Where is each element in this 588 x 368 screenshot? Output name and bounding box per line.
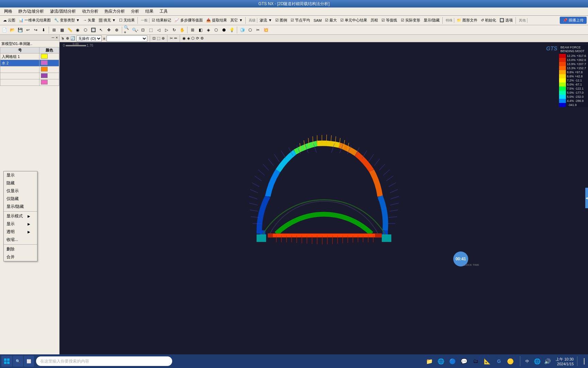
toolbar-icon-view3[interactable]: ⊛: [162, 36, 165, 41]
icon-node[interactable]: ◉: [74, 26, 81, 34]
icon-solid[interactable]: ⬢: [220, 26, 228, 34]
btn-gts-pin[interactable]: 📌 插播上传: [560, 17, 587, 24]
mesh-row-5[interactable]: [0, 79, 59, 86]
ctx-hide-only[interactable]: 仅隐藏: [4, 195, 37, 203]
btn-node-avg[interactable]: ☑ 节点平均: [289, 17, 312, 24]
menu-result[interactable]: 结果: [143, 8, 156, 15]
icon-cut[interactable]: ✂: [254, 26, 262, 34]
taskbar-edge-icon[interactable]: 🌐: [436, 356, 446, 366]
toolbar-icon-settings2[interactable]: ⚙: [200, 36, 204, 41]
icon-next[interactable]: ▷: [163, 26, 170, 34]
btn-max[interactable]: ☑ 最大: [323, 17, 339, 24]
panel-close-btn[interactable]: ×: [56, 35, 58, 40]
ctx-toggle[interactable]: 显示/隐藏: [4, 203, 37, 211]
btn-result-mark[interactable]: ☑ 结果标记: [150, 17, 173, 24]
task-view-btn[interactable]: ⬜: [24, 356, 34, 367]
menu-tools[interactable]: 工具: [157, 8, 170, 15]
right-scroll-handle[interactable]: ◀: [585, 188, 588, 208]
icon-zoom-fit[interactable]: ⊡: [139, 26, 147, 34]
icon-view-split[interactable]: ⊞: [189, 26, 196, 34]
btn-actual-deform[interactable]: ☑ 实际变形: [399, 17, 422, 24]
icon-grid[interactable]: ⊞: [50, 26, 58, 34]
icon-save[interactable]: 💾: [16, 26, 24, 34]
mesh-row-3[interactable]: [0, 66, 59, 73]
icon-measure[interactable]: 📏: [66, 26, 74, 34]
taskbar-ie-icon[interactable]: 🔵: [448, 356, 457, 366]
show-desktop-btn[interactable]: ▕: [577, 356, 587, 366]
btn-select-option[interactable]: 🔲 选项: [498, 17, 514, 24]
panel-minimize-btn[interactable]: ─: [52, 35, 54, 40]
icon-elem[interactable]: ⬡: [82, 26, 89, 34]
toolbar-icon-cut2[interactable]: ✂: [170, 36, 173, 41]
icon-zoom-in[interactable]: 🔍+: [124, 26, 131, 34]
taskbar-files2-icon[interactable]: 🗂: [471, 356, 480, 366]
taskbar-search[interactable]: 在这里输入你要搜索的内容: [36, 356, 172, 366]
icon-new[interactable]: 📄: [1, 26, 8, 34]
btn-cloud[interactable]: ☁ 云图: [1, 17, 17, 24]
taskbar-lang-icon[interactable]: 中: [522, 356, 532, 366]
menu-thermal[interactable]: 热应力分析: [102, 8, 128, 15]
taskbar-network-icon[interactable]: 🌐: [533, 356, 542, 366]
icon-select[interactable]: ↖: [97, 26, 105, 34]
menu-dynamic[interactable]: 动力分析: [79, 8, 101, 15]
icon-zoom-out[interactable]: 🔍-: [131, 26, 139, 34]
ctx-show[interactable]: 显示: [4, 171, 37, 179]
ctx-show-only[interactable]: 仅显示: [4, 187, 37, 195]
toolbar-icon-rotate2[interactable]: 🔄: [70, 36, 75, 41]
icon-scale[interactable]: ⊕: [113, 26, 120, 34]
mesh-row-4[interactable]: [0, 73, 59, 79]
btn-show-hide[interactable]: 显示/隐藏: [422, 17, 441, 24]
toolbar-icon-cursor[interactable]: 🖱: [61, 36, 65, 41]
icon-open[interactable]: 📂: [9, 26, 16, 34]
operation-select[interactable]: 无操作 (O): [77, 35, 102, 42]
icon-light[interactable]: 💡: [228, 26, 235, 34]
btn-extract-result[interactable]: 📤 提取结果: [205, 17, 229, 24]
icon-table[interactable]: ▦: [58, 26, 66, 34]
taskbar-autocad-icon[interactable]: 📐: [483, 356, 492, 366]
toolbar-dropdown-2[interactable]: [107, 35, 147, 42]
icon-explode[interactable]: 💥: [262, 26, 270, 34]
menu-static[interactable]: 静力/边坡分析: [16, 8, 47, 15]
btn-no-result[interactable]: ☐ 无结果: [117, 17, 136, 24]
toolbar-dropdown-operation[interactable]: 无操作 (O): [77, 35, 102, 42]
toolbar-icon-refresh[interactable]: ⟳: [196, 36, 199, 41]
taskbar-gts-app-icon[interactable]: G: [494, 356, 504, 366]
icon-wire[interactable]: ⬡: [212, 26, 220, 34]
btn-fill[interactable]: ▦ 填充 ▼: [97, 17, 117, 24]
menu-seepage[interactable]: 渗流/固结分析: [47, 8, 78, 15]
btn-init[interactable]: ↺ 初始化: [479, 17, 498, 24]
icon-arrow[interactable]: ⬇: [40, 26, 47, 34]
icon-pan[interactable]: ✋: [178, 26, 186, 34]
icon-render[interactable]: ◈: [205, 26, 212, 34]
btn-vector[interactable]: → 矢量: [81, 17, 97, 24]
icon-rotate[interactable]: ↻: [170, 26, 178, 34]
menu-network[interactable]: 网格: [1, 8, 15, 15]
icon-perspective[interactable]: ◧: [197, 26, 204, 34]
menu-analysis[interactable]: 分析: [128, 8, 142, 15]
ctx-display-mode[interactable]: 显示模式 ▶: [4, 212, 37, 220]
mesh-row-1[interactable]: 入网格组 1: [0, 53, 59, 60]
toolbar-icon-view2[interactable]: ⬚: [157, 36, 160, 41]
search-btn[interactable]: 🔍: [13, 356, 23, 367]
btn-seepage2[interactable]: 渗流 ▼: [258, 17, 274, 24]
toolbar-icon-edit[interactable]: ✏: [174, 36, 177, 41]
result-select-2[interactable]: [107, 35, 147, 42]
toolbar-icon-mark[interactable]: ◈: [187, 36, 190, 41]
icon-undo[interactable]: ↩: [24, 26, 32, 34]
btn-history[interactable]: 历程: [369, 17, 380, 24]
icon-group[interactable]: 🔲: [89, 26, 97, 34]
taskbar-chrome-icon[interactable]: 🟡: [506, 356, 515, 366]
ctx-shrink[interactable]: 收缩...: [4, 236, 37, 244]
toolbar-icon-view1[interactable]: ⊡: [152, 36, 156, 41]
taskbar-wechat-icon[interactable]: 💬: [459, 356, 469, 366]
btn-graph-file[interactable]: 📁 图形文件: [455, 17, 479, 24]
icon-redo[interactable]: ↪: [32, 26, 39, 34]
btn-legend[interactable]: ☑ 图例: [274, 17, 289, 24]
toolbar-icon-list[interactable]: ≡: [103, 36, 105, 41]
start-button[interactable]: [1, 356, 12, 367]
ctx-delete[interactable]: 删除: [4, 245, 37, 253]
taskbar-volume-icon[interactable]: 🔊: [543, 356, 552, 366]
toolbar-icon-zoom[interactable]: ⊕: [66, 36, 69, 41]
btn-1d-result[interactable]: 📊 一维单元结果图: [17, 17, 52, 24]
ctx-transparent[interactable]: 透明 ▶: [4, 228, 37, 236]
